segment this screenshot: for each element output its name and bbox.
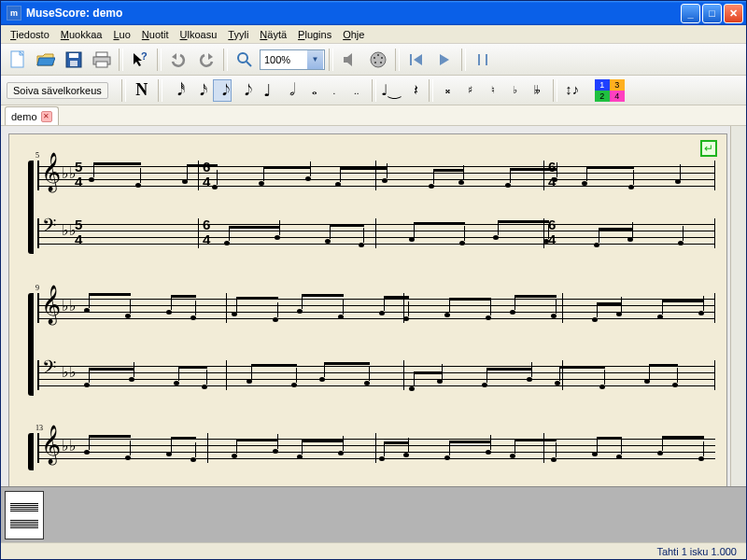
voice-1-button[interactable]: 1: [595, 79, 610, 91]
svg-text:?: ?: [141, 51, 148, 62]
svg-point-11: [377, 54, 379, 56]
menu-notes[interactable]: Nuotit: [136, 27, 175, 42]
duration-double-dot[interactable]: ..: [347, 79, 366, 102]
undo-button[interactable]: [165, 47, 191, 73]
voice-4-button[interactable]: 4: [610, 91, 625, 102]
time-signature-3: 64: [548, 160, 556, 189]
treble-clef-icon: 𝄞: [41, 157, 61, 187]
menu-plugins[interactable]: Plugins: [292, 27, 337, 42]
note-input-toolbar: Soiva sävelkorkeus N 𝅘𝅥𝅰 𝅘𝅥𝅯 𝅘𝅥𝅮 𝅘𝅥𝅮 ♩ 𝅗…: [1, 76, 746, 105]
midi-button[interactable]: [365, 47, 391, 73]
staff-treble: 𝄞 ♭♭: [37, 293, 715, 323]
duration-dot[interactable]: .: [325, 79, 344, 102]
document-tab[interactable]: demo ✕: [5, 106, 59, 125]
flip-stem-button[interactable]: ↕♪: [563, 79, 582, 102]
document-tab-row: demo ✕: [1, 105, 746, 126]
line-break-marker: ↵: [700, 140, 717, 157]
svg-point-8: [238, 53, 247, 63]
svg-rect-16: [410, 54, 412, 65]
natural-button[interactable]: ♮: [484, 79, 502, 102]
tab-close-icon[interactable]: ✕: [41, 111, 52, 122]
duration-whole[interactable]: 𝅝: [303, 79, 321, 102]
duration-32nd[interactable]: 𝅘𝅥𝅯: [190, 79, 209, 102]
note-input-toggle[interactable]: N: [132, 79, 152, 102]
rest-button[interactable]: 𝄽: [404, 79, 423, 102]
sharp-button[interactable]: ♯: [461, 79, 480, 102]
tab-label: demo: [11, 111, 37, 122]
tie-button[interactable]: ♩‿: [382, 79, 401, 102]
bar-number: 5: [35, 151, 39, 160]
menu-help[interactable]: Ohje: [337, 27, 370, 42]
duration-half[interactable]: 𝅗𝅥: [280, 79, 299, 102]
score-canvas[interactable]: ↵ 5 𝄞 ♭♭ 54 64 64 𝄢: [1, 126, 746, 486]
open-file-button[interactable]: [33, 47, 59, 73]
zoom-dropdown-icon[interactable]: ▼: [307, 50, 323, 69]
staff-bass: 𝄢 ♭♭: [37, 360, 715, 390]
rewind-button[interactable]: [403, 47, 430, 73]
redo-button[interactable]: [193, 47, 219, 73]
svg-rect-18: [486, 54, 487, 65]
svg-rect-2: [69, 53, 78, 58]
menu-create[interactable]: Luo: [107, 27, 135, 42]
status-text: Tahti 1 isku 1.000: [656, 546, 737, 557]
svg-point-14: [374, 62, 376, 63]
voice-2-button[interactable]: 2: [595, 91, 610, 102]
menu-file[interactable]: Tiedosto: [5, 27, 55, 42]
duration-quarter[interactable]: ♩: [258, 79, 276, 102]
double-sharp-button[interactable]: 𝄪: [439, 79, 458, 102]
menu-bar: Tiedosto Muokkaa Luo Nuotit Ulkoasu Tyyl…: [1, 25, 746, 44]
save-button[interactable]: [61, 47, 87, 73]
svg-rect-6: [96, 62, 107, 67]
play-button[interactable]: [431, 47, 458, 73]
duration-8th[interactable]: 𝅘𝅥𝅮: [235, 79, 254, 102]
help-pointer-button[interactable]: ?: [127, 47, 153, 73]
zoom-tool-button[interactable]: [232, 47, 258, 73]
svg-point-12: [374, 57, 375, 59]
flat-button[interactable]: ♭: [506, 79, 525, 102]
window-title: MuseScore: demo: [26, 7, 681, 20]
treble-clef-icon: 𝄞: [41, 429, 61, 459]
double-flat-button[interactable]: 𝄫: [529, 79, 547, 102]
duration-64th[interactable]: 𝅘𝅥𝅰: [168, 79, 187, 102]
app-icon: m: [7, 6, 21, 21]
voice-3-button[interactable]: 3: [610, 79, 625, 91]
sound-on-button[interactable]: [337, 47, 363, 73]
repeat-toggle-button[interactable]: [470, 47, 496, 73]
bar-number: 9: [35, 284, 39, 292]
treble-clef-icon: 𝄞: [41, 289, 61, 319]
score-page: ↵ 5 𝄞 ♭♭ 54 64 64 𝄢: [8, 133, 727, 486]
page-thumbnail[interactable]: [5, 491, 44, 539]
zoom-combo[interactable]: ▼: [260, 49, 325, 70]
close-button[interactable]: ✕: [724, 4, 743, 23]
svg-point-15: [380, 62, 382, 63]
staff-bass: 𝄢 ♭♭ 54 64 64: [37, 218, 715, 248]
bass-clef-icon: 𝄢: [42, 217, 56, 239]
menu-style[interactable]: Tyyli: [222, 27, 254, 42]
menu-view[interactable]: Näytä: [254, 27, 292, 42]
main-toolbar: ? ▼: [1, 44, 746, 76]
menu-edit[interactable]: Muokkaa: [55, 27, 108, 42]
svg-rect-3: [70, 61, 78, 66]
new-file-button[interactable]: [5, 47, 31, 73]
maximize-button[interactable]: □: [702, 4, 722, 23]
title-bar: m MuseScore: demo _ □ ✕: [1, 1, 746, 25]
vertical-scrollbar[interactable]: [730, 126, 746, 486]
minimize-button[interactable]: _: [681, 4, 700, 23]
zoom-input[interactable]: [261, 54, 307, 65]
voice-selector: 1 3 2 4: [595, 79, 625, 102]
svg-rect-4: [96, 52, 107, 57]
svg-line-9: [247, 62, 251, 66]
svg-rect-17: [478, 54, 480, 65]
sounding-pitch-label: Soiva sävelkorkeus: [7, 82, 108, 99]
duration-16th[interactable]: 𝅘𝅥𝅮: [213, 79, 232, 102]
navigator-panel[interactable]: [1, 486, 746, 542]
time-signature: 54: [75, 160, 82, 189]
menu-layout[interactable]: Ulkoasu: [175, 27, 223, 42]
bass-clef-icon: 𝄢: [42, 358, 56, 381]
status-bar: Tahti 1 isku 1.000: [1, 542, 746, 559]
svg-point-13: [381, 57, 383, 59]
print-button[interactable]: [89, 47, 115, 73]
